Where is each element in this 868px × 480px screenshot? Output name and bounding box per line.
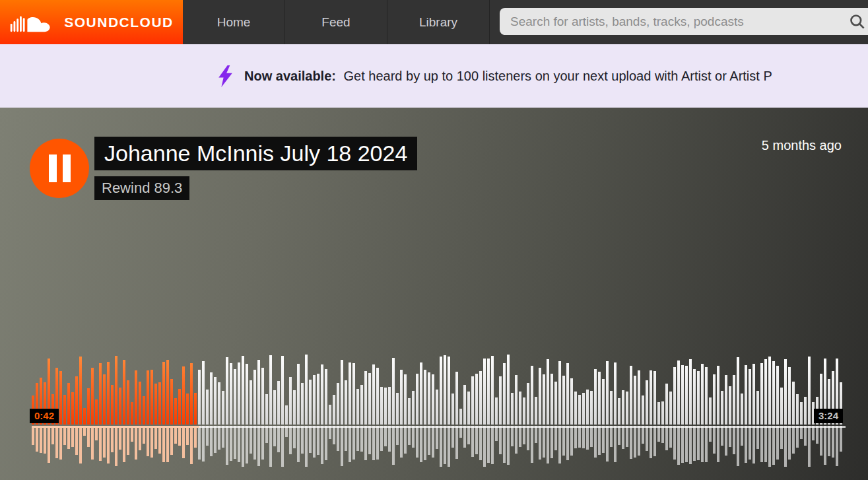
lightning-bolt-icon — [217, 65, 234, 87]
baseline-strip-unplayed — [199, 426, 846, 428]
search-icon[interactable] — [848, 13, 866, 30]
track-player: Johanne McInnis July 18 2024 Rewind 89.3… — [0, 108, 868, 480]
nav-item-feed[interactable]: Feed — [285, 0, 387, 44]
waveform-bars — [32, 355, 846, 425]
baseline-strip-played — [32, 426, 199, 428]
top-nav: SOUNDCLOUD Home Feed Library — [0, 0, 868, 44]
search-input[interactable] — [500, 8, 868, 35]
waveform-reflection — [32, 426, 846, 467]
promo-banner[interactable]: Now available: Get heard by up to 100 li… — [0, 44, 868, 108]
brand-name: SOUNDCLOUD — [64, 15, 174, 30]
search-bar — [490, 0, 868, 44]
track-artist[interactable]: Rewind 89.3 — [94, 176, 189, 200]
nav-item-home[interactable]: Home — [183, 0, 285, 44]
soundcloud-logo[interactable]: SOUNDCLOUD — [0, 0, 183, 44]
nav-item-library[interactable]: Library — [387, 0, 490, 44]
waveform-top: 0:42 3:24 — [32, 355, 846, 425]
primary-nav: Home Feed Library — [183, 0, 490, 44]
pause-icon — [49, 154, 71, 182]
soundcloud-cloud-icon — [9, 10, 55, 35]
page: SOUNDCLOUD Home Feed Library Now availab — [0, 0, 868, 480]
banner-highlight: Now available: — [244, 69, 336, 83]
posted-time: 5 months ago — [762, 138, 842, 153]
waveform[interactable]: 0:42 3:24 — [32, 355, 846, 467]
banner-message: Get heard by up to 100 listeners on your… — [344, 69, 772, 83]
pause-button[interactable] — [30, 139, 89, 198]
track-title[interactable]: Johanne McInnis July 18 2024 — [94, 137, 417, 170]
elapsed-time-label: 0:42 — [30, 409, 59, 424]
duration-label: 3:24 — [814, 409, 843, 424]
banner-text: Now available: Get heard by up to 100 li… — [244, 69, 772, 84]
